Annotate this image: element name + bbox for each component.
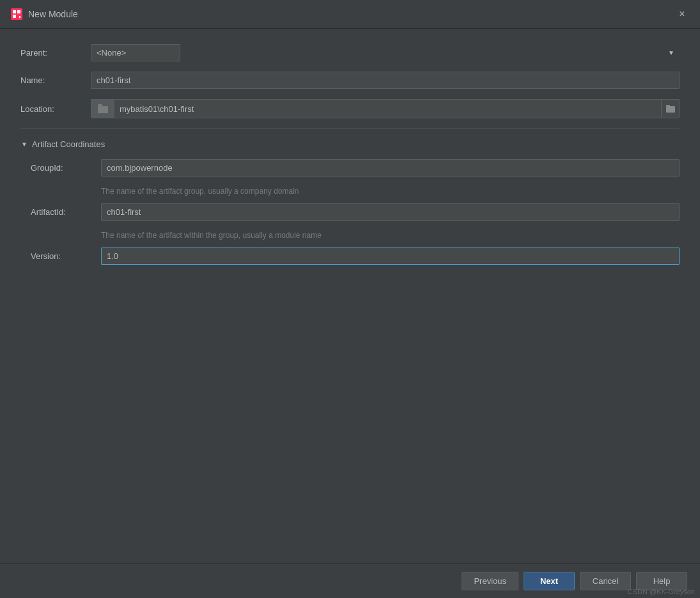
previous-button[interactable]: Previous (462, 572, 518, 590)
svg-rect-8 (666, 106, 675, 113)
parent-select[interactable]: <None> (91, 44, 180, 61)
section-divider (20, 129, 680, 129)
location-text: mybatis01\ch01-first (114, 101, 661, 117)
watermark: CSDN @KK-Greyson (628, 588, 695, 595)
groupid-hint: The name of the artifact group, usually … (31, 187, 680, 196)
dialog-footer: Previous Next Cancel Help (0, 563, 700, 598)
name-label: Name: (20, 75, 91, 85)
parent-select-wrap: <None> ▼ (91, 44, 680, 61)
next-button[interactable]: Next (524, 572, 575, 590)
new-module-dialog: New Module × Parent: <None> ▼ Name: (0, 0, 700, 598)
svg-rect-6 (98, 106, 108, 113)
artifactid-label: ArtifactId: (31, 207, 101, 217)
svg-rect-7 (98, 104, 102, 107)
chevron-down-icon: ▼ (668, 49, 674, 56)
browse-button[interactable] (661, 100, 679, 118)
app-icon (10, 8, 23, 20)
svg-rect-2 (17, 10, 20, 13)
artifactid-input[interactable] (101, 203, 680, 221)
artifactid-hint: The name of the artifact within the grou… (31, 231, 680, 240)
svg-rect-4 (17, 15, 20, 16)
version-label: Version: (31, 251, 101, 261)
artifact-section-title: Artifact Coordinates (32, 139, 105, 149)
close-button[interactable]: × (674, 6, 690, 22)
title-bar: New Module × (0, 0, 700, 29)
location-icon (91, 100, 114, 118)
parent-label: Parent: (20, 48, 91, 58)
groupid-input[interactable] (101, 159, 680, 177)
groupid-label: GroupId: (31, 163, 101, 173)
name-row: Name: (20, 72, 680, 89)
version-row: Version: (31, 248, 680, 265)
version-input[interactable] (101, 248, 680, 265)
parent-row: Parent: <None> ▼ (20, 44, 680, 61)
location-field: mybatis01\ch01-first (91, 99, 680, 118)
svg-rect-5 (19, 16, 20, 18)
svg-rect-1 (13, 10, 16, 13)
dialog-title: New Module (28, 9, 674, 19)
artifact-section-header: ▼ Artifact Coordinates (20, 139, 680, 149)
svg-rect-0 (11, 8, 22, 20)
dialog-content: Parent: <None> ▼ Name: Location: (0, 29, 700, 563)
location-label: Location: (20, 104, 91, 114)
svg-rect-9 (666, 105, 670, 107)
groupid-row: GroupId: (31, 159, 680, 177)
artifactid-row: ArtifactId: (31, 203, 680, 221)
name-input[interactable] (91, 72, 680, 89)
artifact-section-content: GroupId: The name of the artifact group,… (20, 159, 680, 265)
cancel-button[interactable]: Cancel (580, 572, 631, 590)
collapse-toggle-icon[interactable]: ▼ (20, 141, 28, 148)
location-row: Location: mybatis01\ch01-first (20, 99, 680, 118)
svg-rect-3 (13, 15, 16, 18)
